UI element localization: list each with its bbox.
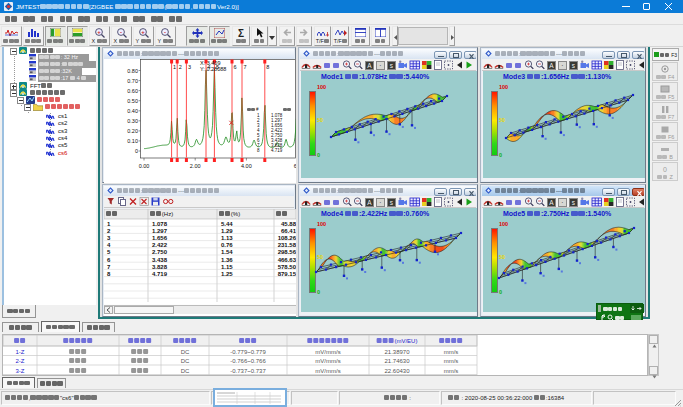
svg-text:2.00: 2.00	[190, 163, 201, 169]
svg-text:4.00: 4.00	[241, 163, 252, 169]
svg-text:0.10: 0.10	[127, 138, 138, 144]
svg-text:0: 0	[663, 166, 667, 173]
svg-text:0.00: 0.00	[139, 163, 150, 169]
svg-text:6.0: 6.0	[294, 163, 296, 169]
svg-text:2: 2	[179, 64, 182, 70]
svg-text:0.40: 0.40	[127, 108, 138, 114]
svg-text:+: +	[141, 29, 145, 35]
svg-text:Y: 0.28088: Y: 0.28088	[200, 66, 226, 72]
svg-text:0.60: 0.60	[127, 88, 138, 94]
svg-text:+: +	[97, 29, 101, 35]
svg-text:3: 3	[188, 64, 191, 70]
svg-text:0.20: 0.20	[127, 128, 138, 134]
svg-text:7: 7	[244, 64, 247, 70]
svg-text:6: 6	[234, 64, 237, 70]
svg-text:0.70: 0.70	[127, 78, 138, 84]
svg-text:Σ: Σ	[238, 28, 244, 38]
svg-text:8: 8	[266, 64, 269, 70]
svg-text:0: 0	[135, 148, 138, 154]
svg-text:0.80: 0.80	[127, 68, 138, 74]
svg-text:-: -	[164, 29, 166, 35]
svg-text:0.50: 0.50	[127, 98, 138, 104]
svg-text:1: 1	[173, 64, 176, 70]
svg-text:-: -	[120, 29, 122, 35]
svg-text:0.30: 0.30	[127, 118, 138, 124]
